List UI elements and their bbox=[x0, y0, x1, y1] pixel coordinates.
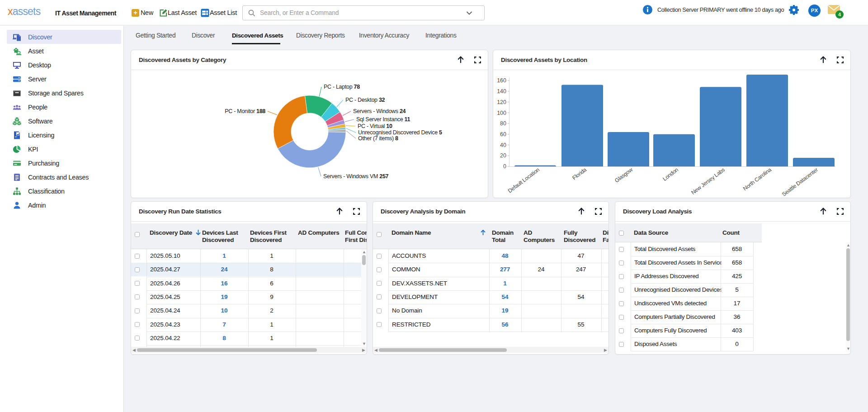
svg-text:100: 100 bbox=[497, 110, 506, 116]
svg-text:London: London bbox=[661, 166, 679, 182]
svg-text:Other (7 items) 8: Other (7 items) 8 bbox=[358, 135, 398, 142]
svg-text:Servers - Windows 24: Servers - Windows 24 bbox=[353, 108, 406, 114]
svg-text:140: 140 bbox=[497, 88, 506, 95]
svg-text:Default Location: Default Location bbox=[507, 166, 541, 194]
svg-text:60: 60 bbox=[500, 131, 506, 137]
svg-text:120: 120 bbox=[497, 99, 506, 105]
svg-text:0: 0 bbox=[503, 163, 506, 170]
svg-text:80: 80 bbox=[500, 120, 506, 127]
svg-text:PC - Desktop 32: PC - Desktop 32 bbox=[345, 97, 385, 103]
svg-text:Unrecognised Discovered Device: Unrecognised Discovered Device 5 bbox=[358, 129, 442, 136]
svg-text:Servers - Windows VM 257: Servers - Windows VM 257 bbox=[323, 173, 389, 180]
svg-text:PC - Laptop 78: PC - Laptop 78 bbox=[324, 84, 360, 90]
svg-text:160: 160 bbox=[497, 77, 506, 84]
svg-text:Seattle Datacenter: Seattle Datacenter bbox=[781, 166, 819, 198]
svg-text:Florida: Florida bbox=[571, 166, 588, 181]
svg-text:Sql Server Instance 11: Sql Server Instance 11 bbox=[356, 116, 410, 123]
svg-text:New Jersey Labs: New Jersey Labs bbox=[690, 166, 726, 196]
svg-text:North Carolina: North Carolina bbox=[742, 166, 773, 192]
svg-text:Glasgow: Glasgow bbox=[613, 166, 634, 184]
svg-text:PC - Monitor 188: PC - Monitor 188 bbox=[225, 108, 265, 114]
svg-text:20: 20 bbox=[500, 152, 506, 159]
svg-text:40: 40 bbox=[500, 142, 506, 148]
svg-text:PC - Virtual 10: PC - Virtual 10 bbox=[358, 123, 392, 129]
